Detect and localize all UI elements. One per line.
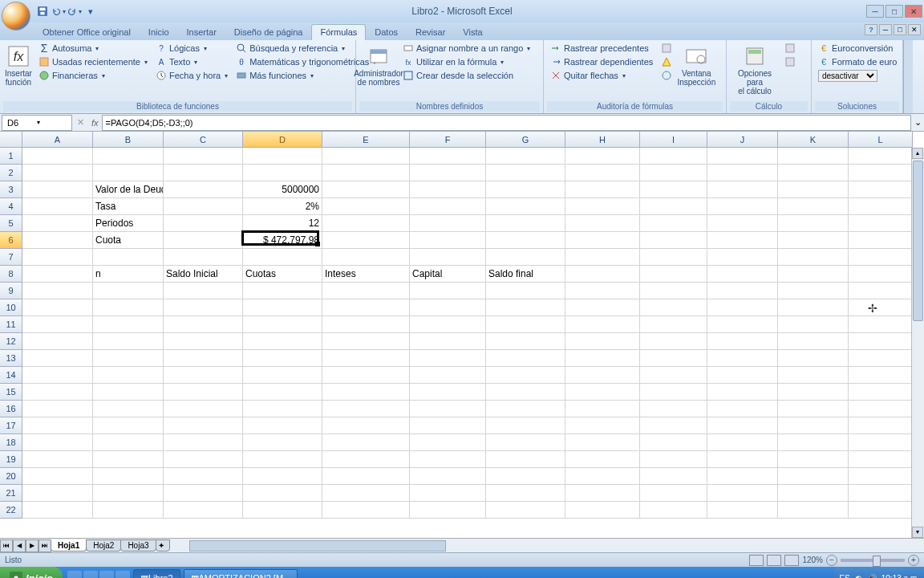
cell-D21[interactable]: [243, 485, 322, 502]
cell-A1[interactable]: [22, 148, 93, 165]
select-all-corner[interactable]: [0, 132, 22, 148]
calculation-options-button[interactable]: Opciones para el cálculo: [730, 42, 780, 97]
insert-function-button[interactable]: fx Insertar función: [3, 42, 34, 88]
spreadsheet-grid[interactable]: ABCDEFGHIJKL 123456789101112131415161718…: [0, 132, 924, 538]
cell-G2[interactable]: [486, 165, 565, 181]
cell-A16[interactable]: [22, 401, 93, 417]
cell-F20[interactable]: [410, 468, 486, 485]
cell-G8[interactable]: Saldo final: [486, 266, 565, 283]
col-header-F[interactable]: F: [410, 132, 486, 148]
cell-C11[interactable]: [164, 316, 243, 333]
cell-L22[interactable]: [849, 502, 913, 519]
restore-workbook-button[interactable]: □: [894, 24, 906, 35]
cell-K20[interactable]: [778, 468, 849, 485]
cell-E21[interactable]: [322, 485, 410, 502]
ql-ie-icon[interactable]: [67, 571, 82, 578]
cell-G21[interactable]: [486, 485, 565, 502]
cell-B14[interactable]: [93, 367, 164, 384]
row-header-12[interactable]: 12: [0, 333, 22, 350]
tab-obtain-office[interactable]: Obtener Office original: [34, 24, 140, 40]
cell-D19[interactable]: [243, 451, 322, 468]
cell-E13[interactable]: [322, 350, 410, 367]
zoom-slider[interactable]: [841, 559, 905, 562]
cell-C8[interactable]: Saldo Inicial: [164, 266, 243, 283]
cell-H6[interactable]: [565, 232, 640, 249]
close-workbook-button[interactable]: ✕: [908, 24, 921, 35]
text-functions-button[interactable]: ATexto▾: [152, 55, 231, 68]
cell-G1[interactable]: [486, 148, 565, 165]
show-formulas-icon[interactable]: [658, 42, 672, 55]
cell-L15[interactable]: [849, 384, 913, 401]
qat-customize-icon[interactable]: ▾: [83, 4, 98, 18]
cell-H13[interactable]: [565, 350, 640, 367]
cell-D18[interactable]: [243, 434, 322, 451]
cell-L14[interactable]: [849, 367, 913, 384]
row-header-2[interactable]: 2: [0, 165, 22, 181]
cell-E12[interactable]: [322, 333, 410, 350]
cell-C22[interactable]: [164, 502, 243, 519]
cell-D3[interactable]: 5000000: [243, 181, 322, 198]
cell-B13[interactable]: [93, 350, 164, 367]
cell-H11[interactable]: [565, 316, 640, 333]
cell-G5[interactable]: [486, 215, 565, 232]
cell-H21[interactable]: [565, 485, 640, 502]
cell-F11[interactable]: [410, 316, 486, 333]
zoom-out-icon[interactable]: −: [826, 555, 837, 566]
cell-G19[interactable]: [486, 451, 565, 468]
cell-K8[interactable]: [778, 266, 849, 283]
cell-A11[interactable]: [22, 316, 93, 333]
row-header-4[interactable]: 4: [0, 198, 22, 215]
cell-I16[interactable]: [640, 401, 707, 417]
cell-D13[interactable]: [243, 350, 322, 367]
cell-L7[interactable]: [849, 249, 913, 266]
cell-A3[interactable]: [22, 181, 93, 198]
cell-J18[interactable]: [707, 434, 778, 451]
cell-K19[interactable]: [778, 451, 849, 468]
cell-J4[interactable]: [707, 198, 778, 215]
cell-I11[interactable]: [640, 316, 707, 333]
cell-E8[interactable]: Inteses: [322, 266, 410, 283]
save-icon[interactable]: [35, 4, 50, 18]
cell-L9[interactable]: [849, 283, 913, 299]
cell-C7[interactable]: [164, 249, 243, 266]
cell-C14[interactable]: [164, 367, 243, 384]
cell-L2[interactable]: [849, 165, 913, 181]
cell-G13[interactable]: [486, 350, 565, 367]
cell-H7[interactable]: [565, 249, 640, 266]
row-header-8[interactable]: 8: [0, 266, 22, 283]
cell-F1[interactable]: [410, 148, 486, 165]
row-header-7[interactable]: 7: [0, 249, 22, 266]
cell-L18[interactable]: [849, 434, 913, 451]
row-header-21[interactable]: 21: [0, 485, 22, 502]
cell-E7[interactable]: [322, 249, 410, 266]
cell-E6[interactable]: [322, 232, 410, 249]
row-header-6[interactable]: 6: [0, 232, 22, 249]
start-button[interactable]: Inicio: [0, 567, 63, 578]
cell-F21[interactable]: [410, 485, 486, 502]
cell-L17[interactable]: [849, 417, 913, 434]
cell-K22[interactable]: [778, 502, 849, 519]
col-header-L[interactable]: L: [849, 132, 913, 148]
cell-C17[interactable]: [164, 417, 243, 434]
cell-J13[interactable]: [707, 350, 778, 367]
tray-icon[interactable]: ◐: [855, 574, 862, 579]
cell-A10[interactable]: [22, 299, 93, 316]
cell-L10[interactable]: [849, 299, 913, 316]
cell-K2[interactable]: [778, 165, 849, 181]
cell-L3[interactable]: [849, 181, 913, 198]
cell-E18[interactable]: [322, 434, 410, 451]
cell-E1[interactable]: [322, 148, 410, 165]
cell-C18[interactable]: [164, 434, 243, 451]
cell-H19[interactable]: [565, 451, 640, 468]
row-header-19[interactable]: 19: [0, 451, 22, 468]
cell-L19[interactable]: [849, 451, 913, 468]
cell-C21[interactable]: [164, 485, 243, 502]
cell-K17[interactable]: [778, 417, 849, 434]
cell-C4[interactable]: [164, 198, 243, 215]
cell-E15[interactable]: [322, 384, 410, 401]
cell-C13[interactable]: [164, 350, 243, 367]
cell-H9[interactable]: [565, 283, 640, 299]
cell-G7[interactable]: [486, 249, 565, 266]
financial-functions-button[interactable]: Financieras▾: [35, 69, 151, 82]
cell-E3[interactable]: [322, 181, 410, 198]
